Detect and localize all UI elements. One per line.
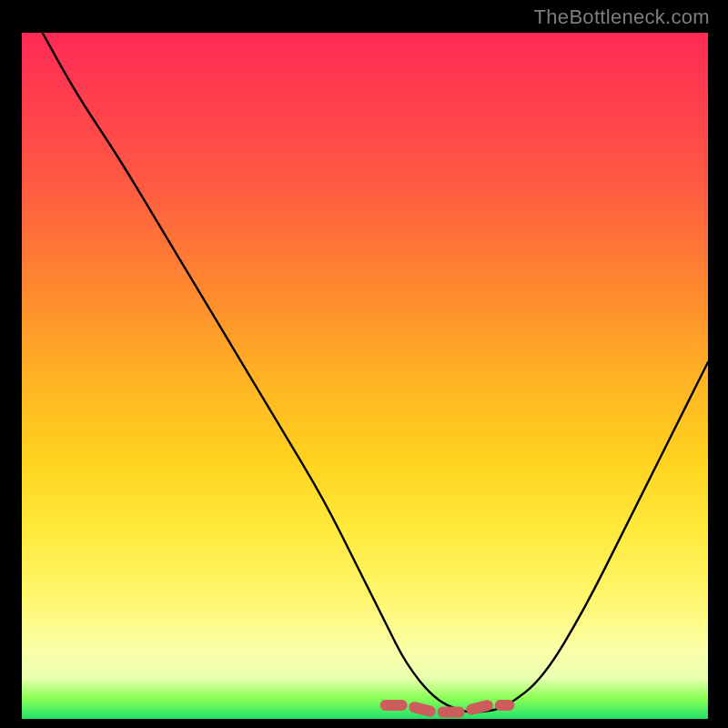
plot-area [22,33,708,719]
bottleneck-curve [43,33,708,712]
watermark-text: TheBottleneck.com [534,5,710,29]
chart-frame: TheBottleneck.com [0,0,728,728]
curve-layer [22,33,708,719]
